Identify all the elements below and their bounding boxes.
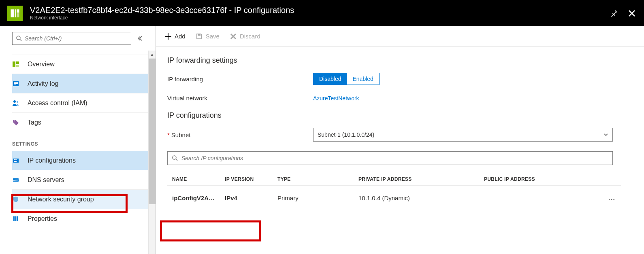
col-version: IP VERSION <box>225 176 277 182</box>
svg-rect-12 <box>14 85 16 85</box>
svg-point-26 <box>173 156 176 159</box>
svg-point-14 <box>17 101 18 103</box>
discard-label: Discard <box>240 33 260 40</box>
scroll-thumb[interactable] <box>149 59 156 204</box>
blade-header: V2AE2E2-testfb7c8bf4-ec2d-433b-98ec-3e3c… <box>0 0 644 26</box>
subnet-selected-value: Subnet-1 (10.1.0.0/24) <box>318 131 374 138</box>
header-text: V2AE2E2-testfb7c8bf4-ec2d-433b-98ec-3e3c… <box>30 5 609 21</box>
sidebar-label-iam: Access control (IAM) <box>28 99 87 107</box>
overview-icon <box>12 61 28 68</box>
sidebar-section-settings: SETTINGS <box>0 132 156 151</box>
svg-rect-17 <box>14 159 15 160</box>
ip-config-search-input[interactable] <box>181 155 608 161</box>
toggle-disabled[interactable]: Disabled <box>313 73 347 85</box>
subnet-label-text: Subnet <box>171 131 191 138</box>
sidebar-label-dns: DNS servers <box>28 176 64 184</box>
ip-forwarding-toggle[interactable]: Disabled Enabled <box>313 73 380 85</box>
svg-rect-10 <box>14 82 18 83</box>
svg-rect-23 <box>15 216 17 221</box>
sidebar-item-overview[interactable]: Overview <box>12 55 148 74</box>
close-icon[interactable] <box>627 8 637 18</box>
blade-subtitle: Network interface <box>30 15 609 21</box>
ip-forwarding-label: IP forwarding <box>167 76 313 83</box>
cell-type: Primary <box>277 195 358 201</box>
svg-rect-16 <box>13 159 19 163</box>
chevron-down-icon <box>603 132 608 137</box>
properties-icon <box>12 215 28 222</box>
svg-rect-24 <box>17 216 18 221</box>
svg-rect-19 <box>14 161 17 162</box>
svg-rect-2 <box>17 9 19 13</box>
svg-rect-11 <box>14 83 18 84</box>
row-more-icon[interactable]: … <box>600 194 616 202</box>
svg-rect-18 <box>15 159 17 160</box>
plus-icon <box>164 32 172 40</box>
sidebar-search-input[interactable] <box>25 35 128 42</box>
toolbar: Add Save Discard <box>156 26 644 47</box>
sidebar-item-properties[interactable]: Properties <box>12 209 148 229</box>
svg-line-5 <box>20 39 21 41</box>
col-name: NAME <box>172 176 225 182</box>
svg-rect-0 <box>11 9 14 17</box>
cell-version: IPv4 <box>225 195 277 201</box>
dns-icon: www <box>12 176 28 184</box>
sidebar-label-overview: Overview <box>28 61 55 68</box>
svg-rect-1 <box>15 9 16 17</box>
cell-private: 10.1.0.4 (Dynamic) <box>358 195 484 201</box>
svg-point-13 <box>13 100 16 103</box>
add-button[interactable]: Add <box>164 32 186 40</box>
svg-rect-3 <box>17 13 19 17</box>
sidebar: Overview Activity log Access control (IA… <box>0 26 156 254</box>
ipconfig-icon <box>12 157 28 164</box>
svg-rect-22 <box>13 216 15 221</box>
sidebar-item-iam[interactable]: Access control (IAM) <box>12 93 148 113</box>
add-label: Add <box>175 33 186 40</box>
svg-rect-8 <box>16 65 19 67</box>
ip-config-search[interactable] <box>167 151 613 165</box>
sidebar-item-nsg[interactable]: Network security group <box>12 190 148 209</box>
shield-icon <box>12 196 28 203</box>
pin-icon[interactable] <box>609 8 619 18</box>
sidebar-label-ipconfig: IP configurations <box>28 157 76 164</box>
section-ip-forwarding-title: IP forwarding settings <box>167 56 633 65</box>
save-icon <box>195 32 203 40</box>
col-private: PRIVATE IP ADDRESS <box>358 176 484 182</box>
svg-text:www: www <box>13 179 19 181</box>
section-ip-configurations-title: IP configurations <box>167 111 633 120</box>
cell-name: ipConfigV2A… <box>172 195 225 201</box>
activity-log-icon <box>12 80 28 87</box>
sidebar-item-tags[interactable]: Tags <box>12 113 148 132</box>
sidebar-item-dns-servers[interactable]: www DNS servers <box>12 170 148 190</box>
subnet-label: *Subnet <box>167 131 313 138</box>
sidebar-search[interactable] <box>12 32 131 45</box>
subnet-select[interactable]: Subnet-1 (10.1.0.0/24) <box>313 128 613 142</box>
search-icon <box>172 155 178 161</box>
sidebar-label-tags: Tags <box>28 119 41 126</box>
col-type: TYPE <box>277 176 358 182</box>
virtual-network-label: Virtual network <box>167 95 313 102</box>
col-public: PUBLIC IP ADDRESS <box>484 176 616 182</box>
sidebar-label-props: Properties <box>28 215 57 222</box>
save-label: Save <box>206 33 220 40</box>
sidebar-item-ip-configurations[interactable]: IP configurations <box>12 151 148 170</box>
discard-icon <box>229 32 237 40</box>
table-row[interactable]: ipConfigV2A… IPv4 Primary 10.1.0.4 (Dyna… <box>167 186 621 210</box>
toggle-enabled[interactable]: Enabled <box>347 73 379 85</box>
svg-point-15 <box>14 120 15 121</box>
resource-icon <box>7 6 23 21</box>
sidebar-scrollbar[interactable]: ▲ <box>148 51 156 254</box>
collapse-sidebar-icon[interactable] <box>135 36 143 41</box>
virtual-network-link[interactable]: AzureTestNetwork <box>313 95 359 102</box>
save-button[interactable]: Save <box>195 32 220 40</box>
svg-point-4 <box>17 36 20 40</box>
svg-rect-25 <box>198 34 200 36</box>
scroll-up-icon[interactable]: ▲ <box>149 51 156 59</box>
doc-highlight-row <box>160 220 261 241</box>
tags-icon <box>12 119 28 126</box>
main-content: Add Save Discard IP forwarding settings … <box>156 26 644 254</box>
discard-button[interactable]: Discard <box>229 32 260 40</box>
sidebar-item-activity-log[interactable]: Activity log <box>12 74 148 93</box>
table-header: NAME IP VERSION TYPE PRIVATE IP ADDRESS … <box>167 173 621 186</box>
blade-title: V2AE2E2-testfb7c8bf4-ec2d-433b-98ec-3e3c… <box>30 5 609 15</box>
sidebar-label-nsg: Network security group <box>28 196 94 203</box>
